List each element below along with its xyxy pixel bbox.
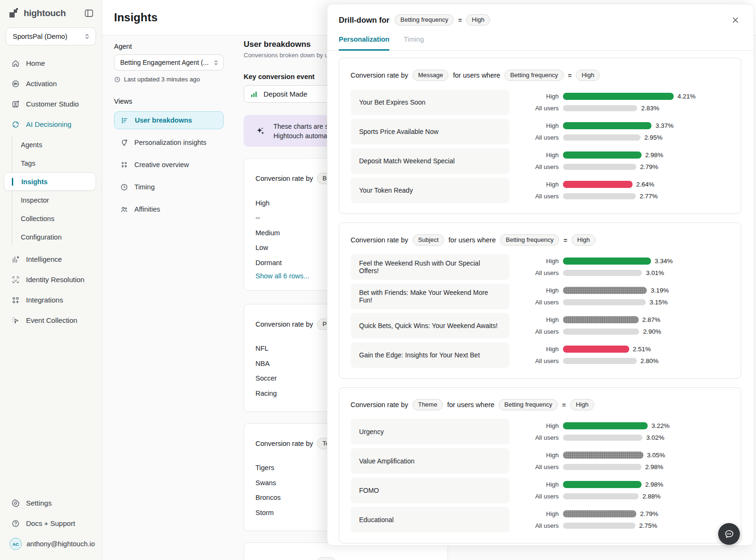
sidebar-item-collections[interactable]: Collections (0, 209, 102, 228)
sidebar-item-label: Docs + Support (26, 519, 75, 527)
key-event-value: Deposit Made (264, 90, 308, 98)
sidebar-item-label: Event Collection (26, 316, 77, 324)
sidebar-item-home[interactable]: Home (0, 53, 102, 73)
account-menu[interactable]: AC anthony@hightouch.io (0, 533, 102, 554)
sidebar-collapse-icon[interactable] (84, 8, 94, 18)
metric-name: Feel the Weekend Rush with Our Special O… (351, 254, 510, 280)
people-icon (120, 205, 129, 213)
high-bar (563, 481, 642, 488)
drilldown-header: Drill-down for Betting frequency = High (327, 4, 754, 26)
sidebar-item-tags[interactable]: Tags (0, 154, 102, 172)
high-bar (563, 510, 636, 517)
high-bar (563, 151, 642, 159)
all-users-bar (563, 523, 635, 529)
sidebar-item-intelligence[interactable]: Intelligence (0, 249, 102, 269)
event-collection-icon (11, 316, 20, 325)
avatar: AC (9, 538, 22, 550)
metric-name: Value Amplification (351, 448, 510, 474)
home-icon (11, 59, 20, 68)
sidebar-item-label: Activation (26, 80, 57, 88)
all-users-bar (563, 105, 637, 111)
chat-button[interactable] (718, 523, 740, 545)
high-bar (563, 122, 651, 129)
view-user-breakdowns[interactable]: User breakdowns (114, 111, 224, 129)
card-header: Conversion rate by Subject for users whe… (351, 234, 730, 246)
all-users-bar (563, 493, 639, 499)
sidebar-item-customer-studio[interactable]: Customer Studio (0, 94, 102, 114)
ai-banner-text: These charts are so Hightouch automati (273, 122, 332, 141)
ai-decisioning-icon (11, 120, 20, 129)
card-header: Conversion rate by Theme for users where… (351, 399, 730, 410)
ai-decisioning-subnav: Agents Tags Insights Inspector Collectio… (0, 134, 102, 249)
identity-resolution-icon (11, 276, 20, 284)
metric-row: Quick Bets, Quick Wins: Your Weekend Awa… (351, 313, 730, 338)
high-bar (563, 316, 639, 323)
drilldown-panel: Drill-down for Betting frequency = High … (327, 4, 754, 546)
logo-text: hightouch (24, 8, 84, 18)
sidebar-item-ai-decisioning[interactable]: AI Decisioning (0, 114, 102, 134)
breakdown-icon (121, 116, 129, 124)
customer-studio-icon (11, 100, 20, 108)
chevron-updown-icon (212, 59, 220, 66)
tab-personalization[interactable]: Personalization (339, 36, 389, 51)
dimension-badge: Be (317, 557, 336, 560)
clock-icon (120, 183, 129, 191)
all-users-bar (563, 270, 642, 276)
sidebar-item-integrations[interactable]: Integrations (0, 290, 102, 310)
sidebar-item-configuration[interactable]: Configuration (0, 228, 102, 246)
tab-timing[interactable]: Timing (404, 36, 424, 50)
sidebar-item-label: Home (26, 59, 45, 67)
view-affinities[interactable]: Affinities (114, 200, 224, 218)
chat-bubble-icon (723, 528, 735, 540)
metric-row: Educational High2.79% All users2.75% (351, 507, 730, 533)
conversion-card-message: Conversion rate by Message for users whe… (339, 58, 741, 214)
high-bar (563, 346, 629, 353)
sidebar-item-insights[interactable]: Insights (4, 172, 96, 191)
sidebar-item-label: AI Decisioning (26, 120, 71, 128)
sidebar-footer: Settings Docs + Support AC anthony@hight… (0, 493, 102, 554)
grid-dots-icon (120, 160, 129, 169)
sidebar-item-identity-resolution[interactable]: Identity Resolution (0, 269, 102, 290)
metric-row: Feel the Weekend Rush with Our Special O… (351, 254, 730, 280)
sidebar-item-agents[interactable]: Agents (0, 135, 102, 154)
view-creative-overview[interactable]: Creative overview (114, 156, 224, 174)
sidebar-item-label: Settings (26, 499, 52, 507)
views-label: Views (114, 98, 224, 105)
sidebar-item-label: Customer Studio (26, 100, 79, 108)
dimension-badge: Subject (413, 234, 444, 246)
high-bar (563, 287, 647, 294)
sidebar-item-event-collection[interactable]: Event Collection (0, 310, 102, 330)
high-bar (563, 181, 633, 188)
metric-name: FOMO (351, 478, 510, 503)
view-personalization-insights[interactable]: Personalization insights (114, 133, 224, 151)
view-timing[interactable]: Timing (114, 178, 224, 196)
sidebar-item-docs-support[interactable]: Docs + Support (0, 513, 102, 533)
workspace-selector[interactable]: SportsPal (Demo) (6, 27, 96, 45)
card-header: Conversion rate by Message for users whe… (351, 70, 730, 81)
help-icon (11, 519, 20, 528)
metric-name: Urgency (351, 419, 510, 444)
activation-icon (11, 80, 20, 88)
agent-select[interactable]: Betting Engagement Agent (... (114, 54, 224, 71)
metric-name: Your Token Ready (351, 178, 510, 203)
filter-field-badge: Betting frequency (395, 14, 454, 26)
all-users-bar (563, 134, 641, 141)
filter-field-badge: Betting frequency (499, 399, 558, 410)
high-bar (563, 452, 643, 459)
all-users-bar (563, 358, 637, 364)
views-list: User breakdowns Personalization insights… (114, 111, 224, 218)
sparkles-icon (255, 126, 265, 136)
high-bar (563, 93, 674, 100)
metric-name: Your Bet Expires Soon (351, 89, 510, 115)
agent-label: Agent (114, 43, 224, 50)
sidebar-item-label: Integrations (26, 296, 63, 304)
sidebar-item-label: Identity Resolution (26, 276, 84, 284)
close-icon[interactable] (729, 14, 741, 26)
sidebar-item-activation[interactable]: Activation (0, 73, 102, 94)
sidebar-item-inspector[interactable]: Inspector (0, 191, 102, 209)
workspace-name: SportsPal (Demo) (13, 33, 83, 40)
sidebar-item-settings[interactable]: Settings (0, 493, 102, 513)
filter-field-badge: Betting frequency (504, 70, 563, 81)
conversion-card-theme: Conversion rate by Theme for users where… (339, 387, 741, 543)
metric-row: Bet with Friends: Make Your Weekend More… (351, 284, 730, 309)
